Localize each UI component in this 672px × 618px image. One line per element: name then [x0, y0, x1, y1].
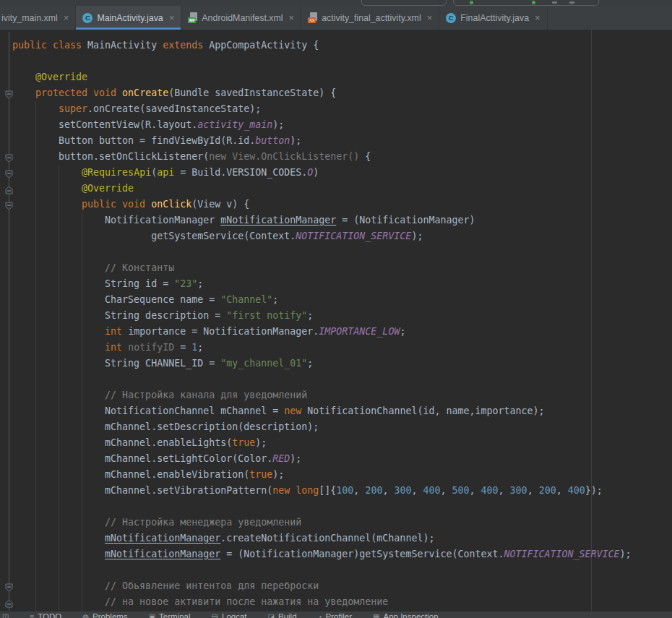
code-line[interactable]: getSystemService(Context.NOTIFICATION_SE…: [12, 228, 672, 244]
code-line[interactable]: String id = "23";: [12, 276, 672, 292]
code-line[interactable]: // на новое активити после нажатия на ув…: [12, 594, 672, 610]
close-tab-icon[interactable]: ×: [535, 13, 540, 22]
tab-label: FinalActtivity.java: [460, 13, 529, 23]
code-line[interactable]: mChannel.enableVibration(true);: [12, 467, 672, 483]
code-area[interactable]: public class MainActivity extends AppCom…: [0, 30, 672, 611]
editor-tab-androidmanifest-xml[interactable]: MFAndroidManifest.xml×: [181, 6, 301, 30]
code-line[interactable]: // Настройка канала для уведомлений: [12, 387, 672, 403]
code-token: int: [105, 342, 122, 353]
code-token: String description =: [12, 310, 226, 321]
java-class-icon: C: [446, 13, 456, 23]
code-token: public void: [12, 199, 151, 210]
tab-label: AndroidManifest.xml: [202, 13, 283, 23]
code-line[interactable]: CharSequence name = "Channel";: [12, 292, 672, 308]
code-line[interactable]: public class MainActivity extends AppCom…: [12, 38, 672, 53]
code-line[interactable]: // Обьявление интентов для переброски: [12, 578, 672, 594]
code-token: 200: [365, 485, 382, 496]
code-token: });: [585, 485, 603, 496]
tool-window-button-app-inspection[interactable]: ▦App Inspection: [373, 613, 439, 618]
run-status-dot: [532, 1, 535, 4]
code-line[interactable]: [12, 372, 672, 387]
close-tab-icon[interactable]: ×: [289, 13, 295, 22]
code-line[interactable]: // Константы: [12, 260, 672, 276]
code-line[interactable]: [12, 562, 672, 578]
code-token: String id =: [12, 278, 174, 289]
code-token: = Build.VERSION_CODES.: [174, 167, 307, 178]
code-line[interactable]: button.setOnClickListener(new View.OnCli…: [12, 149, 672, 165]
code-line[interactable]: String CHANNEL_ID = "my_channel_01";: [12, 356, 672, 372]
code-token: mNotificationManager: [105, 549, 220, 559]
code-token: mChannel.setVibrationPattern(: [12, 485, 272, 496]
code-line[interactable]: @Override: [12, 69, 672, 85]
code-line[interactable]: @RequiresApi(api = Build.VERSION_CODES.O…: [12, 165, 672, 181]
code-line[interactable]: mChannel.setLightColor(Color.RED);: [12, 451, 672, 467]
code-line[interactable]: protected void onCreate(Bundle savedInst…: [12, 85, 672, 101]
code-line[interactable]: public void onClick(View v) {: [12, 197, 672, 213]
tool-window-button-todo[interactable]: ≡TODO: [30, 613, 61, 618]
build-icon: ◪: [268, 613, 275, 618]
code-token: new long: [272, 485, 319, 496]
code-token: importance = NotificationManager.: [122, 326, 319, 337]
code-token: // Обьявление интентов для переброски: [12, 580, 319, 591]
code-line[interactable]: int notifyID = 1;: [12, 340, 672, 356]
tab-label: ivity_main.xml: [1, 13, 58, 23]
editor-tab-finalacttivity-java[interactable]: CFinalActtivity.java×: [439, 6, 547, 30]
code-token: (Bundle savedInstanceState) {: [168, 87, 336, 98]
editor-tab-activity-final-acttivity-xml[interactable]: <>activity_final_acttivity.xml×: [301, 6, 439, 30]
code-line[interactable]: mChannel.setDescription(description);: [12, 419, 672, 435]
code-token: ,: [556, 485, 568, 496]
code-line[interactable]: // Настройка менеджера уведомлений: [12, 515, 672, 531]
code-token: ;: [400, 326, 405, 337]
todo-icon: ≡: [30, 613, 34, 618]
code-token: "my_channel_01": [220, 358, 307, 369]
code-token: ;: [197, 278, 203, 289]
code-token: mChannel.enableLights(: [12, 437, 232, 448]
code-token: public class: [12, 40, 87, 51]
code-line[interactable]: NotificationManager mNotificationManager…: [12, 213, 672, 228]
code-line[interactable]: mChannel.setVibrationPattern(new long[]{…: [12, 483, 672, 499]
code-line[interactable]: mNotificationManager = (NotificationMana…: [12, 546, 672, 562]
close-tab-icon[interactable]: ×: [64, 13, 69, 22]
close-tab-icon[interactable]: ×: [169, 13, 175, 22]
code-token: @RequiresApi: [82, 167, 151, 178]
toolbar-button-partial[interactable]: [361, 0, 447, 6]
code-token: [12, 326, 105, 337]
code-line[interactable]: super.onCreate(savedInstanceState);: [12, 101, 672, 117]
code-token: "first notify": [226, 310, 307, 321]
code-token: 400: [481, 485, 499, 496]
tool-window-button-build[interactable]: ◪Build: [268, 613, 297, 618]
window-layout-icon[interactable]: ◫: [2, 613, 9, 618]
code-line[interactable]: [12, 499, 672, 515]
code-line[interactable]: @Override: [12, 181, 672, 197]
tool-window-button-terminal[interactable]: ▣Terminal: [149, 613, 191, 618]
editor-tab-ivity-main-xml[interactable]: ivity_main.xml×: [0, 6, 76, 30]
code-token: button: [255, 135, 290, 146]
code-line[interactable]: [12, 244, 672, 260]
code-token: 100: [336, 485, 353, 496]
code-line[interactable]: mChannel.enableLights(true);: [12, 435, 672, 451]
code-token: notifyID: [122, 342, 174, 353]
code-token: CharSequence name =: [12, 294, 220, 305]
code-line[interactable]: int importance = NotificationManager.IMP…: [12, 324, 672, 340]
code-token: button.setOnClickListener(: [12, 151, 209, 162]
editor-tab-mainactivity-java[interactable]: CMainActivity.java×: [76, 6, 181, 30]
code-line[interactable]: setContentView(R.layout.activity_main);: [12, 117, 672, 133]
code-token: ,: [499, 485, 510, 496]
tool-window-button-problems[interactable]: ◍Problems: [82, 613, 127, 618]
code-token: (View v) {: [191, 199, 249, 210]
code-line[interactable]: mNotificationManager.createNotificationC…: [12, 531, 672, 546]
code-token: AppCompatActivity {: [209, 40, 319, 51]
toolbar-button-partial[interactable]: [453, 0, 599, 6]
close-tab-icon[interactable]: ×: [427, 13, 433, 22]
code-line[interactable]: String description = "first notify";: [12, 308, 672, 324]
tool-window-button-profiler[interactable]: ◔Profiler: [318, 613, 352, 618]
code-line[interactable]: [12, 53, 672, 69]
code-token: 400: [568, 485, 585, 496]
code-line[interactable]: Button button = findViewById(R.id.button…: [12, 133, 672, 149]
code-token: setContentView(R.layout.: [12, 119, 197, 130]
code-token: [12, 183, 82, 194]
code-editor[interactable]: public class MainActivity extends AppCom…: [0, 30, 672, 611]
code-token: ,: [411, 485, 423, 496]
code-line[interactable]: NotificationChannel mChannel = new Notif…: [12, 403, 672, 419]
tool-window-button-logcat[interactable]: ▤Logcat: [212, 613, 247, 618]
